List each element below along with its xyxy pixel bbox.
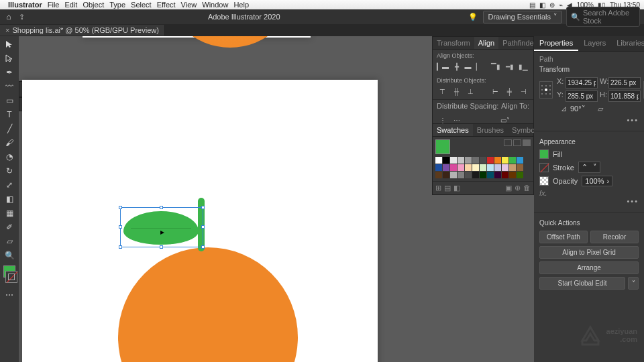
recolor-button[interactable]: Recolor — [590, 231, 639, 243]
type-tool-icon[interactable]: T — [1, 108, 17, 121]
swatch-color[interactable] — [465, 157, 472, 164]
swatch-color[interactable] — [435, 157, 442, 164]
close-icon[interactable]: × — [5, 26, 9, 34]
swatch-color[interactable] — [480, 172, 486, 178]
h-input[interactable] — [608, 90, 641, 102]
swatch-color[interactable] — [509, 164, 516, 171]
tab-swatches[interactable]: Swatches — [433, 124, 473, 136]
swatch-options-icon[interactable]: ◧ — [453, 184, 460, 192]
menu-type[interactable]: Type — [109, 1, 125, 9]
handle-br[interactable] — [201, 245, 205, 249]
more-tools-icon[interactable]: ⋯ — [1, 288, 17, 302]
swatch-color[interactable] — [517, 172, 523, 178]
shape-builder-tool-icon[interactable]: ◔ — [1, 150, 17, 164]
align-hcenter-icon[interactable]: ╋ — [451, 61, 463, 72]
y-input[interactable] — [566, 90, 598, 102]
workspace-dropdown[interactable]: Drawing Essentials˅ — [483, 11, 562, 23]
scale-tool-icon[interactable]: ⤢ — [1, 178, 17, 192]
swatch-color[interactable] — [465, 172, 472, 178]
curvature-tool-icon[interactable]: 〰 — [1, 80, 17, 93]
swatch-color[interactable] — [517, 164, 523, 171]
current-fill-swatch[interactable] — [435, 139, 450, 154]
dist-left-icon[interactable]: ⊢ — [490, 86, 502, 97]
swatch-color[interactable] — [458, 164, 464, 171]
stroke-swatch[interactable] — [539, 163, 549, 172]
home-button[interactable]: ⌂ — [0, 12, 17, 21]
swatch-color[interactable] — [458, 172, 464, 178]
new-group-icon[interactable]: ▣ — [505, 184, 512, 192]
swatch-view-small-icon[interactable] — [513, 139, 521, 146]
zoom-tool-icon[interactable]: 🔍 — [1, 249, 17, 262]
swatch-color[interactable] — [509, 157, 516, 164]
tab-transform[interactable]: Transform — [433, 37, 474, 49]
swatch-view-large-icon[interactable] — [523, 139, 531, 146]
swatch-view-list-icon[interactable] — [504, 139, 512, 146]
document-tab[interactable]: × Shopping lis.ai* @ 50% (RGB/GPU Previe… — [0, 25, 165, 36]
shear-icon[interactable]: ▱ — [598, 105, 603, 113]
swatch-color[interactable] — [443, 157, 449, 164]
swatch-color[interactable] — [480, 164, 486, 171]
more-options-icon[interactable]: ••• — [539, 116, 639, 124]
handle-bm[interactable] — [160, 245, 163, 249]
rectangle-tool-icon[interactable]: ▭ — [1, 94, 17, 107]
eraser-tool-icon[interactable]: ◧ — [1, 192, 17, 206]
swatch-color[interactable] — [450, 164, 457, 171]
opacity-input[interactable]: 100%› — [582, 176, 612, 186]
w-input[interactable] — [608, 77, 641, 88]
handle-mr[interactable] — [201, 225, 205, 229]
learn-icon[interactable]: 💡 — [468, 13, 478, 21]
swatch-libraries-icon[interactable]: ⊞ — [435, 184, 441, 192]
handle-tr[interactable] — [201, 206, 205, 209]
gradient-tool-icon[interactable]: ▦ — [1, 206, 17, 220]
menu-object[interactable]: Object — [83, 1, 104, 9]
handle-tm[interactable] — [160, 206, 163, 209]
swatch-color[interactable] — [480, 157, 486, 164]
delete-swatch-icon[interactable]: 🗑 — [523, 184, 531, 192]
opacity-icon[interactable] — [539, 176, 549, 186]
line-tool-icon[interactable]: ╱ — [1, 122, 17, 135]
swatch-color[interactable] — [502, 164, 508, 171]
menu-help[interactable]: Help — [233, 1, 249, 9]
stroke-color-swatch[interactable] — [5, 271, 17, 283]
swatch-kinds-icon[interactable]: ▤ — [444, 184, 451, 192]
new-swatch-icon[interactable]: ⊕ — [515, 184, 521, 192]
swatch-color[interactable] — [472, 164, 479, 171]
swatch-color[interactable] — [517, 157, 523, 164]
dist-vcenter-icon[interactable]: ╫ — [451, 86, 463, 97]
align-pixel-grid-button[interactable]: Align to Pixel Grid — [539, 246, 639, 259]
paintbrush-tool-icon[interactable]: 🖌 — [1, 136, 17, 149]
reference-point-icon[interactable] — [539, 81, 553, 99]
tab-properties[interactable]: Properties — [534, 36, 578, 51]
swatch-color[interactable] — [450, 172, 457, 178]
x-input[interactable] — [566, 77, 598, 88]
swatch-color[interactable] — [443, 164, 449, 171]
align-right-icon[interactable]: ▬▕ — [465, 61, 477, 72]
swatch-color[interactable] — [450, 157, 457, 164]
swatch-color[interactable] — [458, 157, 464, 164]
handle-tl[interactable] — [119, 206, 122, 209]
fx-label[interactable]: fx. — [539, 189, 639, 197]
app-name[interactable]: Illustrator — [8, 1, 42, 9]
menu-edit[interactable]: Edit — [64, 1, 77, 9]
swatch-color[interactable] — [487, 172, 494, 178]
dist-bottom-icon[interactable]: ⊥ — [464, 86, 476, 97]
align-vcenter-icon[interactable]: ━▮ — [504, 61, 516, 72]
swatch-color[interactable] — [502, 157, 508, 164]
rotate-input[interactable]: 90°˅ — [570, 105, 586, 113]
artboard[interactable]: ▸ — [22, 80, 378, 362]
arrange-button[interactable]: Arrange — [539, 261, 639, 274]
swatch-color[interactable] — [435, 172, 442, 178]
menu-view[interactable]: View — [181, 1, 197, 9]
menu-effect[interactable]: Effect — [157, 1, 176, 9]
tab-brushes[interactable]: Brushes — [473, 124, 508, 136]
dist-hcenter-icon[interactable]: ╪ — [504, 86, 516, 97]
align-left-icon[interactable]: ▎▬ — [437, 61, 449, 72]
handle-bl[interactable] — [119, 245, 122, 249]
align-top-icon[interactable]: ▔▮ — [490, 61, 502, 72]
align-bottom-icon[interactable]: ▮▁ — [517, 61, 529, 72]
artboard-tool-icon[interactable]: ▱ — [1, 235, 17, 248]
dist-top-icon[interactable]: ⊤ — [437, 86, 449, 97]
swatch-color[interactable] — [472, 172, 479, 178]
swatch-color[interactable] — [443, 172, 449, 178]
share-icon[interactable]: ⇪ — [19, 13, 25, 21]
